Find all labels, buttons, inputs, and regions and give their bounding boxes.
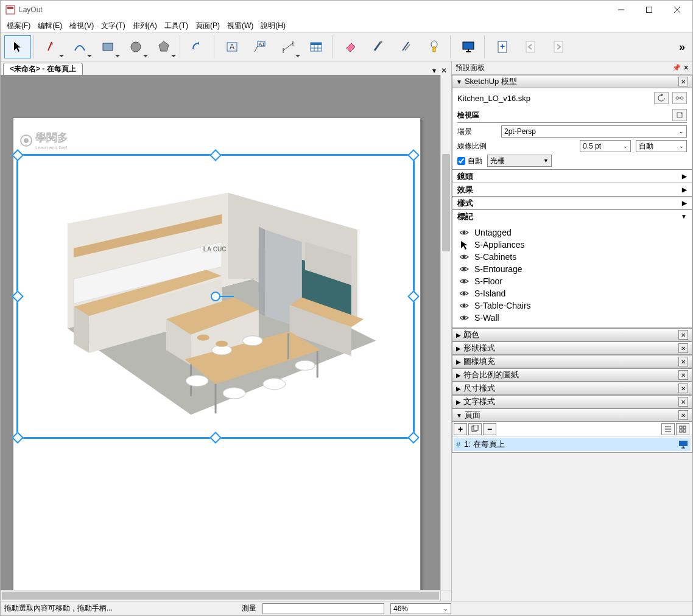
panel-title-bar[interactable]: 預設面板 📌 ✕: [452, 61, 692, 75]
view-settings-button[interactable]: [672, 109, 687, 121]
svg-point-73: [463, 280, 466, 283]
grid-view-button[interactable]: [676, 423, 689, 435]
collapsed-section[interactable]: 顏色✕: [452, 328, 692, 341]
collapsed-section[interactable]: 圖樣填充✕: [452, 355, 692, 368]
collapsed-section[interactable]: 文字樣式✕: [452, 395, 692, 408]
zoom-select[interactable]: 46%⌄: [390, 603, 451, 614]
auto-checkbox[interactable]: 自動: [457, 156, 482, 166]
text-tool[interactable]: A: [219, 35, 245, 58]
duplicate-page-button[interactable]: [468, 423, 482, 435]
offset-tool[interactable]: [185, 35, 211, 58]
reload-button[interactable]: [654, 92, 669, 104]
vertical-scrollbar[interactable]: [440, 75, 451, 590]
add-page-button[interactable]: +: [454, 423, 467, 435]
rotate-handle[interactable]: [211, 292, 220, 301]
svg-rect-1: [7, 7, 13, 9]
collapsed-section[interactable]: 符合比例的圖紙✕: [452, 368, 692, 382]
add-page-tool[interactable]: +: [489, 35, 516, 58]
tag-item[interactable]: S-Cabinets: [456, 251, 688, 263]
tag-item[interactable]: S-Appliances: [456, 239, 688, 251]
section-close-icon[interactable]: ✕: [678, 397, 688, 407]
line-scale-value-select[interactable]: 0.5 pt⌄: [580, 140, 631, 152]
horizontal-scrollbar[interactable]: [1, 590, 440, 601]
scene-select[interactable]: 2pt-Persp⌄: [501, 125, 687, 138]
maximize-button[interactable]: [635, 1, 663, 19]
section-close-icon[interactable]: ✕: [678, 410, 688, 420]
eraser-tool[interactable]: [337, 35, 364, 58]
menu-file[interactable]: 檔案(F): [3, 19, 34, 32]
visibility-eye-icon[interactable]: [459, 229, 470, 236]
section-tags[interactable]: 標記: [452, 209, 692, 223]
circle-tool[interactable]: [122, 35, 149, 58]
tag-item[interactable]: S-Table-Chairs: [456, 299, 688, 312]
section-effects[interactable]: 效果: [452, 183, 692, 196]
next-page-tool[interactable]: [545, 35, 572, 58]
rectangle-tool[interactable]: [94, 35, 121, 58]
menu-help[interactable]: 說明(H): [257, 19, 289, 32]
menu-text[interactable]: 文字(T): [97, 19, 128, 32]
visibility-eye-icon[interactable]: [459, 302, 470, 309]
menu-page[interactable]: 頁面(P): [192, 19, 223, 32]
join-tool[interactable]: [421, 35, 448, 58]
label-tool[interactable]: A1: [247, 35, 273, 58]
visibility-eye-icon[interactable]: [459, 314, 470, 321]
pin-icon[interactable]: 📌: [672, 64, 681, 72]
arc-tool[interactable]: [66, 35, 93, 58]
dimension-tool[interactable]: [275, 35, 301, 58]
collapsed-section[interactable]: 尺寸樣式✕: [452, 382, 692, 395]
section-sketchup-model[interactable]: SketchUp 模型 ✕: [452, 75, 692, 88]
remove-page-button[interactable]: −: [483, 423, 496, 435]
select-tool[interactable]: [4, 35, 31, 58]
collapsed-section[interactable]: 形狀樣式✕: [452, 341, 692, 355]
present-tool[interactable]: [455, 35, 482, 58]
split-tool[interactable]: [393, 35, 420, 58]
visibility-eye-icon[interactable]: [459, 278, 470, 285]
canvas-viewport[interactable]: 學閱多Learn and live!: [1, 75, 440, 590]
section-close-icon[interactable]: ✕: [678, 77, 688, 86]
polygon-tool[interactable]: [150, 35, 177, 58]
line-scale-mode-select[interactable]: 自動⌄: [636, 140, 687, 152]
style-tool[interactable]: [365, 35, 392, 58]
section-camera[interactable]: 鏡頭: [452, 169, 692, 183]
section-close-icon[interactable]: ✕: [678, 343, 688, 353]
link-button[interactable]: [672, 92, 687, 104]
line-tool[interactable]: [38, 35, 65, 58]
section-close-icon[interactable]: ✕: [678, 357, 688, 366]
section-close-icon[interactable]: ✕: [678, 370, 688, 380]
tab-dropdown[interactable]: ▾: [429, 66, 439, 75]
minimize-button[interactable]: [607, 1, 635, 19]
toolbar-overflow[interactable]: »: [675, 41, 689, 54]
section-close-icon[interactable]: ✕: [678, 383, 688, 393]
render-mode-select[interactable]: 光柵▼: [487, 155, 552, 167]
section-pages[interactable]: 頁面 ✕: [452, 408, 692, 422]
tag-item[interactable]: Untagged: [456, 226, 688, 239]
tag-item[interactable]: S-Floor: [456, 275, 688, 287]
panel-close-icon[interactable]: ✕: [683, 64, 689, 72]
section-styles[interactable]: 樣式: [452, 196, 692, 209]
tag-item[interactable]: S-Wall: [456, 312, 688, 324]
tag-item[interactable]: S-Entourage: [456, 263, 688, 275]
menu-edit[interactable]: 編輯(E): [34, 19, 66, 32]
visibility-eye-icon[interactable]: [459, 253, 470, 261]
close-button[interactable]: [663, 1, 691, 19]
section-close-icon[interactable]: ✕: [678, 330, 688, 340]
svg-rect-25: [463, 42, 474, 49]
table-tool[interactable]: [303, 35, 329, 58]
page-list-item[interactable]: # 1: 在每頁上: [454, 438, 691, 451]
present-icon[interactable]: [678, 440, 688, 449]
measure-input[interactable]: [262, 603, 384, 614]
prev-page-tool[interactable]: [517, 35, 544, 58]
selection-bounds[interactable]: LA CUC: [16, 154, 415, 439]
list-view-button[interactable]: [661, 423, 675, 435]
tab-close[interactable]: ✕: [439, 66, 449, 75]
tag-item[interactable]: S-Island: [456, 287, 688, 299]
visibility-eye-icon[interactable]: [459, 265, 470, 273]
menu-view[interactable]: 檢視(V): [66, 19, 97, 32]
document-tab[interactable]: <未命名> - 在每頁上: [3, 63, 83, 75]
visibility-eye-icon[interactable]: [459, 290, 470, 297]
svg-point-63: [216, 341, 228, 347]
menu-tools[interactable]: 工具(T): [161, 19, 192, 32]
menu-arrange[interactable]: 排列(A): [129, 19, 161, 32]
visibility-eye-icon[interactable]: [459, 240, 470, 250]
menu-window[interactable]: 視窗(W): [223, 19, 257, 32]
